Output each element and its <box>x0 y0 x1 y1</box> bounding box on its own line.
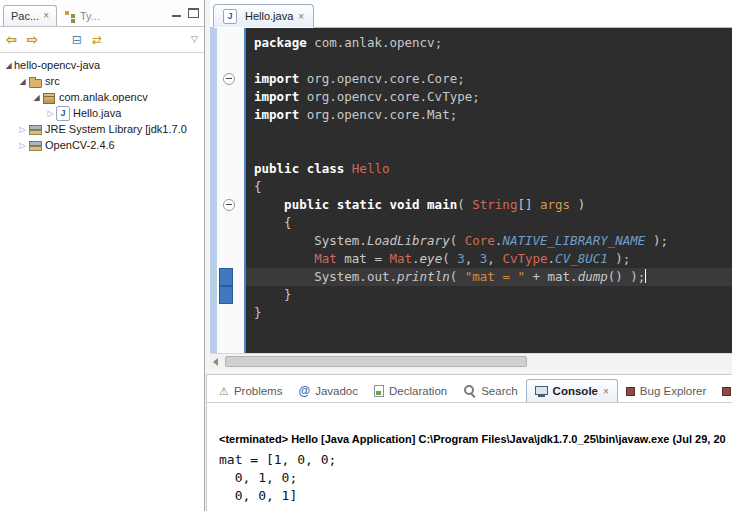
console-line: 0, 1, 0; <box>219 469 732 487</box>
code-token: . <box>548 251 556 266</box>
code-line: public class Hello <box>254 160 732 178</box>
tree-item-label: src <box>45 75 60 87</box>
code-token: ( <box>450 269 465 284</box>
code-token: [] <box>517 197 540 212</box>
src-folder-icon <box>28 75 42 88</box>
collapse-all-icon[interactable]: ⊟ <box>72 34 82 46</box>
arrow-expanded-icon[interactable]: ◢ <box>3 61 14 70</box>
view-menu-icon[interactable]: ▽ <box>191 35 198 44</box>
code-token: args <box>540 197 570 212</box>
forward-arrow-icon[interactable]: ⇨ <box>27 33 38 46</box>
editor-tabbar: J Hello.java × <box>210 0 732 28</box>
code-line <box>254 142 732 160</box>
code-token: { <box>254 179 262 194</box>
problems-icon: ⚠ <box>219 386 229 397</box>
arrow-expanded-icon[interactable]: ◢ <box>17 77 28 86</box>
package-explorer-panel: Pac... × Ty... ⇦ ⇨ ⊟ ⇄ ▽ ◢hello-opencv-j… <box>0 0 205 511</box>
code-token: , <box>465 251 480 266</box>
bug-icon <box>626 387 635 396</box>
code-token: println <box>397 269 450 284</box>
tree-item-hello-opencv-java[interactable]: ◢hello-opencv-java <box>0 57 204 73</box>
annotation-strip <box>210 28 217 353</box>
maximize-icon[interactable] <box>188 8 199 18</box>
code-token: mat = <box>337 251 390 266</box>
editor-tab-hello-java[interactable]: J Hello.java × <box>213 4 314 28</box>
code-token: . <box>412 251 420 266</box>
tab-problems[interactable]: ⚠Problems <box>211 380 290 402</box>
tree-item-label: OpenCV-2.4.6 <box>45 139 115 151</box>
arrow-collapsed-icon[interactable]: ▷ <box>17 141 28 150</box>
tab-label: Problems <box>234 385 283 397</box>
console-view[interactable]: <terminated> Hello [Java Application] C:… <box>207 403 732 505</box>
minimize-icon[interactable] <box>172 15 181 17</box>
close-icon[interactable]: × <box>43 11 49 21</box>
tab-javadoc[interactable]: @Javadoc <box>290 380 366 402</box>
java-file-icon: J <box>56 106 70 121</box>
tree-item-com-anlak-opencv[interactable]: ◢com.anlak.opencv <box>0 89 204 105</box>
tab-console[interactable]: Console× <box>526 379 618 403</box>
javadoc-icon: @ <box>298 385 310 397</box>
code-token: "mat = " <box>465 269 525 284</box>
tab-declaration[interactable]: Declaration <box>366 380 455 402</box>
library-icon <box>28 139 42 152</box>
tree-item-label: com.anlak.opencv <box>59 91 148 103</box>
tab-package-explorer[interactable]: Pac... × <box>3 5 57 26</box>
tree-item-jre-system-library-jdk1-7-0[interactable]: ▷JRE System Library [jdk1.7.0 <box>0 121 204 137</box>
tree-item-opencv-2-4-6[interactable]: ▷OpenCV-2.4.6 <box>0 137 204 153</box>
fold-collapse-icon[interactable] <box>223 73 235 85</box>
code-token: , <box>487 251 502 266</box>
range-indicator <box>219 268 233 286</box>
editor-hscrollbar[interactable] <box>210 353 732 368</box>
code-token: dump <box>578 269 608 284</box>
sidebar-tabbar: Pac... × Ty... <box>0 0 204 27</box>
package-icon <box>42 91 56 104</box>
close-icon[interactable]: × <box>603 386 609 397</box>
code-token: public static void main <box>284 197 457 212</box>
code-token: } <box>254 287 292 302</box>
tab-bug[interactable]: Bug <box>714 380 732 402</box>
fold-collapse-icon[interactable] <box>223 199 235 211</box>
project-tree: ◢hello-opencv-java◢src◢com.anlak.opencv▷… <box>0 53 204 153</box>
code-line <box>254 124 732 142</box>
tree-item-label: Hello.java <box>73 107 121 119</box>
arrow-collapsed-icon[interactable]: ▷ <box>45 109 56 118</box>
tab-bug-explorer[interactable]: Bug Explorer <box>618 380 714 402</box>
bottom-view-panel: ⚠Problems@JavadocDeclarationSearchConsol… <box>206 374 732 511</box>
tab-search[interactable]: Search <box>455 379 525 402</box>
code-token: com.anlak.opencv; <box>314 35 442 50</box>
code-token: ( <box>450 233 465 248</box>
code-line <box>254 52 732 70</box>
back-arrow-icon[interactable]: ⇦ <box>6 33 17 46</box>
code-line: public static void main( String[] args ) <box>254 196 732 214</box>
console-line: 0, 0, 1] <box>219 487 732 505</box>
range-indicator <box>219 286 233 304</box>
close-icon[interactable]: × <box>298 11 304 22</box>
link-with-editor-icon[interactable]: ⇄ <box>92 34 102 46</box>
tab-label: Search <box>481 385 517 397</box>
tree-item-src[interactable]: ◢src <box>0 73 204 89</box>
tab-type-hierarchy[interactable]: Ty... <box>57 6 107 26</box>
scrollbar-thumb[interactable] <box>225 356 527 367</box>
library-icon <box>28 123 42 136</box>
code-editor[interactable]: package com.anlak.opencv;import org.open… <box>210 28 732 353</box>
code-token: () ); <box>608 269 646 284</box>
code-token: ); <box>608 251 631 266</box>
code-token: import <box>254 71 307 86</box>
code-token: eye <box>420 251 443 266</box>
code-token: import <box>254 89 307 104</box>
code-token: LoadLibrary <box>367 233 450 248</box>
scroll-left-arrow-icon[interactable] <box>213 358 218 366</box>
code-text: package com.anlak.opencv;import org.open… <box>246 28 732 322</box>
code-token: org.opencv.core.CvType; <box>307 89 480 104</box>
arrow-collapsed-icon[interactable]: ▷ <box>17 125 28 134</box>
java-file-icon: J <box>223 9 237 24</box>
code-token: CvType <box>502 251 547 266</box>
editor-area: J Hello.java × package com.anlak.opencv;… <box>210 0 732 366</box>
console-output: mat = [1, 0, 0; 0, 1, 0; 0, 0, 1] <box>219 451 732 505</box>
tree-item-label: hello-opencv-java <box>14 59 100 71</box>
tree-item-hello-java[interactable]: ▷JHello.java <box>0 105 204 121</box>
code-token: import <box>254 107 307 122</box>
code-token: System.out. <box>254 269 397 284</box>
code-token: Hello <box>352 161 390 176</box>
arrow-expanded-icon[interactable]: ◢ <box>31 93 42 102</box>
